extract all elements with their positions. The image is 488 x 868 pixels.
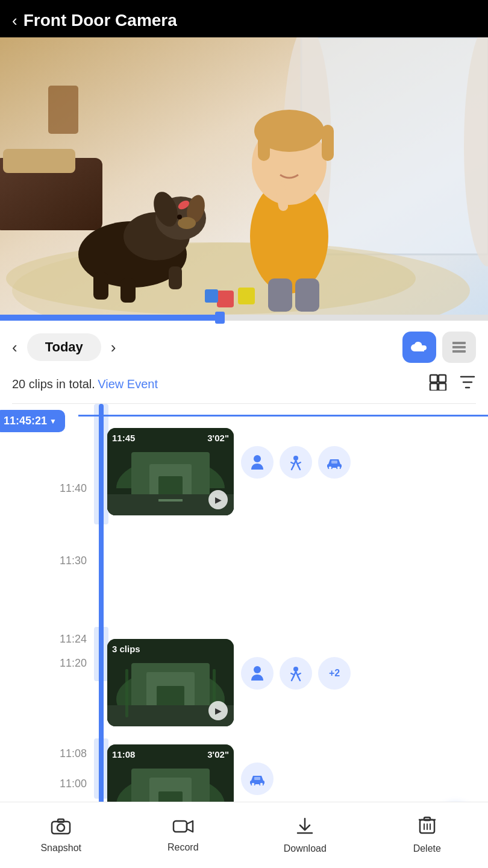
- prev-date-button[interactable]: ‹: [12, 338, 17, 357]
- date-nav-right: [402, 332, 476, 363]
- download-icon-svg: [295, 816, 314, 835]
- car-icon-3: [248, 772, 266, 785]
- svg-rect-19: [120, 278, 136, 303]
- blue-bar-highlight-top: [94, 404, 108, 524]
- cloud-view-button[interactable]: [402, 332, 436, 363]
- page-title: Front Door Camera: [23, 11, 177, 30]
- current-date-pill[interactable]: Today: [27, 333, 101, 361]
- svg-rect-31: [295, 278, 319, 312]
- svg-rect-18: [93, 272, 108, 300]
- time-line: [78, 415, 488, 417]
- svg-rect-7: [3, 149, 75, 173]
- record-button[interactable]: Record: [122, 812, 245, 859]
- video-icon: [172, 819, 194, 834]
- svg-line-58: [298, 466, 300, 470]
- tag-person-1[interactable]: [241, 446, 274, 479]
- delete-label: Delete: [413, 843, 441, 854]
- scrubber-thumb[interactable]: [215, 312, 225, 324]
- svg-point-89: [260, 782, 263, 785]
- back-button[interactable]: ‹: [12, 13, 17, 28]
- car-icon: [325, 456, 343, 469]
- trash-icon: [419, 816, 436, 835]
- layout-icon[interactable]: [429, 374, 447, 395]
- svg-point-62: [328, 466, 332, 469]
- scrubber-fill: [0, 315, 220, 321]
- bottom-toolbar: Snapshot Record Download: [0, 802, 488, 868]
- svg-rect-33: [238, 288, 255, 304]
- svg-point-73: [254, 666, 261, 673]
- snapshot-button[interactable]: Snapshot: [0, 811, 122, 860]
- svg-rect-99: [424, 817, 430, 820]
- svg-rect-25: [258, 125, 270, 161]
- clip-play-button-1[interactable]: ▶: [208, 490, 228, 509]
- svg-line-80: [298, 673, 301, 675]
- list-icon: [451, 341, 467, 354]
- time-label-1124: 11:24: [60, 633, 87, 646]
- person-icon: [249, 454, 266, 471]
- next-date-button[interactable]: ›: [111, 338, 116, 357]
- video-preview[interactable]: [0, 37, 488, 315]
- time-badge: 11:45:21: [0, 410, 65, 432]
- tag-car-3[interactable]: [241, 763, 274, 795]
- clips-count-text: 20 clips in total. View Event: [12, 377, 158, 391]
- snapshot-label: Snapshot: [40, 843, 81, 854]
- date-navigation: ‹ Today ›: [0, 321, 488, 374]
- time-label-1120: 11:20: [60, 657, 87, 670]
- tag-motion-1[interactable]: [280, 446, 312, 479]
- clip-count-2: 3 clips: [112, 644, 140, 654]
- record-icon: [172, 818, 194, 838]
- clip-time-1: 11:45: [112, 433, 135, 443]
- filter-icon-svg: [459, 374, 476, 391]
- svg-line-79: [291, 673, 293, 675]
- delete-icon: [419, 816, 436, 840]
- svg-rect-71: [125, 669, 128, 717]
- clip-card-2: 3 clips ▶ +2: [107, 639, 351, 726]
- svg-point-92: [57, 824, 64, 831]
- svg-rect-41: [430, 375, 437, 382]
- date-nav-left: ‹ Today ›: [12, 333, 116, 361]
- blue-bar-highlight-3: [94, 738, 108, 799]
- svg-rect-40: [452, 350, 456, 353]
- view-event-link[interactable]: View Event: [98, 377, 158, 391]
- svg-rect-52: [158, 499, 183, 502]
- header: ‹ Front Door Camera: [0, 0, 488, 37]
- clip-play-button-2[interactable]: ▶: [208, 701, 228, 720]
- svg-rect-50: [158, 476, 183, 497]
- list-view-button[interactable]: [442, 332, 476, 363]
- svg-rect-9: [48, 86, 78, 134]
- video-scene-svg: [0, 37, 488, 315]
- svg-rect-38: [452, 342, 456, 344]
- time-labels: 11:40 11:30 11:24 11:20 11:08 11:00: [0, 404, 96, 856]
- clip-card-1: 11:45 3'02" ▶: [107, 428, 351, 515]
- filter-icon[interactable]: [459, 374, 476, 395]
- svg-line-77: [292, 677, 293, 681]
- svg-rect-26: [322, 125, 334, 161]
- tag-person-2[interactable]: [241, 657, 274, 690]
- svg-rect-20: [169, 266, 182, 289]
- svg-rect-39: [452, 346, 456, 348]
- clip-thumbnail-2[interactable]: 3 clips ▶: [107, 639, 234, 726]
- delete-button[interactable]: Delete: [366, 810, 489, 860]
- clip-tags-1: [241, 428, 351, 479]
- download-icon: [295, 816, 314, 840]
- clip-thumbnail-1[interactable]: 11:45 3'02" ▶: [107, 428, 234, 515]
- svg-line-60: [298, 462, 301, 464]
- download-label: Download: [284, 843, 327, 854]
- tag-car-1[interactable]: [318, 446, 351, 479]
- video-scrubber[interactable]: [0, 315, 488, 321]
- clip-time-3: 11:08: [112, 749, 135, 760]
- svg-line-78: [298, 677, 300, 681]
- svg-rect-32: [217, 291, 234, 307]
- clip-tags-3: [241, 744, 274, 795]
- time-label-1140: 11:40: [60, 482, 87, 495]
- svg-rect-93: [58, 819, 64, 822]
- motion-icon: [287, 454, 304, 471]
- svg-rect-94: [174, 821, 187, 832]
- svg-rect-90: [254, 777, 260, 780]
- tag-more-2[interactable]: +2: [318, 657, 351, 690]
- tag-motion-2[interactable]: [280, 657, 312, 690]
- camera-icon: [51, 817, 71, 835]
- svg-point-88: [251, 782, 255, 785]
- download-button[interactable]: Download: [244, 810, 366, 860]
- blue-bar-highlight-2: [94, 627, 108, 681]
